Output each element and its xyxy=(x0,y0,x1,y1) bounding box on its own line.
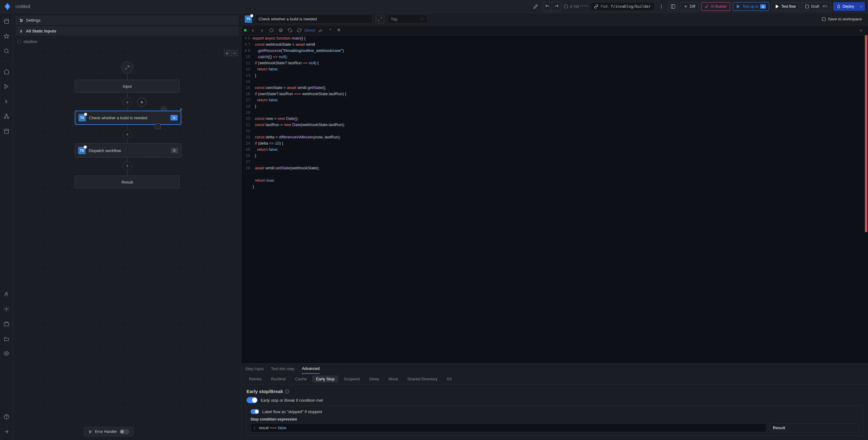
ct-dollar2-icon[interactable]: $ xyxy=(258,26,266,34)
adv-tab-cache[interactable]: Cache xyxy=(291,375,311,383)
ct-box-icon[interactable] xyxy=(268,26,276,34)
rail-home2-icon[interactable] xyxy=(2,67,11,76)
svg-point-28 xyxy=(6,418,6,418)
rail-settings-icon[interactable] xyxy=(2,304,11,314)
dollar-icon: $ xyxy=(19,29,24,33)
adv-tab-early-stop[interactable]: Early Stop xyxy=(312,375,338,383)
step-name-input[interactable]: Check whether a build is needed xyxy=(255,14,373,24)
ct-refresh-icon[interactable] xyxy=(295,26,303,34)
ct-dollar-icon[interactable]: $ xyxy=(249,26,257,34)
expr-code[interactable]: result === false xyxy=(259,426,286,430)
trigger-button[interactable] xyxy=(137,98,147,107)
ct-cube-icon[interactable] xyxy=(277,26,285,34)
rail-workspaces-icon[interactable] xyxy=(2,319,11,328)
rail-variables-icon[interactable]: $ xyxy=(2,97,11,106)
ct-eraser-icon[interactable] xyxy=(316,26,324,34)
step-a-node[interactable]: TS Check whether a build is needed a xyxy=(75,111,181,125)
rail-collapse-icon[interactable] xyxy=(2,427,11,436)
error-handler-toggle[interactable] xyxy=(120,429,129,434)
rail-schedules-icon[interactable] xyxy=(2,126,11,136)
rail-home-icon[interactable] xyxy=(2,17,11,26)
early-stop-indicator xyxy=(155,124,161,129)
early-stop-toggle[interactable] xyxy=(247,397,258,403)
ct-bars-icon[interactable] xyxy=(858,26,866,34)
adv-tab-shared-dir[interactable]: Shared Directory xyxy=(404,375,441,383)
add-step-button[interactable] xyxy=(123,161,132,171)
result-node-label: Result xyxy=(122,180,133,184)
settings-row[interactable]: Settings xyxy=(16,16,239,25)
deploy-button[interactable]: Deploy xyxy=(833,2,857,11)
app-logo[interactable] xyxy=(3,2,12,11)
add-step-button[interactable] xyxy=(123,98,132,107)
code-editor[interactable]: 4 5 6 7 8 9 10 11 12 13 14 15 16 17 18 1… xyxy=(242,35,868,363)
deploy-dropdown[interactable] xyxy=(857,2,865,11)
adv-tab-sleep[interactable]: Sleep xyxy=(365,375,383,383)
draft-button[interactable]: Draft ⌘S xyxy=(802,2,831,11)
save-to-workspace-button[interactable]: Save to workspace xyxy=(818,15,865,23)
svg-rect-21 xyxy=(4,129,9,134)
edit-title-icon[interactable] xyxy=(531,2,540,11)
svg-rect-46 xyxy=(90,431,91,433)
test-upto-button[interactable]: Test up to a xyxy=(733,2,769,11)
rail-folders-icon[interactable] xyxy=(2,334,11,343)
chevron-down-icon xyxy=(421,17,424,21)
inputs-row[interactable]: $ All Static Inputs xyxy=(16,26,239,36)
adv-tab-suspend[interactable]: Suspend xyxy=(340,375,363,383)
rail-star-icon[interactable] xyxy=(2,31,11,41)
rail-users-icon[interactable] xyxy=(2,290,11,299)
svg-marker-8 xyxy=(776,5,778,8)
rail-search-icon[interactable] xyxy=(2,46,11,56)
step-b-node[interactable]: TS Dispatch workflow b xyxy=(75,143,181,157)
graph-wand-node[interactable] xyxy=(121,61,133,74)
svg-marker-11 xyxy=(4,34,9,38)
skipped-toggle[interactable] xyxy=(250,409,259,414)
test-flow-button[interactable]: Test flow xyxy=(772,2,799,11)
tab-advanced[interactable]: Advanced xyxy=(302,364,320,374)
code-content[interactable]: export async function main() { const web… xyxy=(253,35,868,363)
rail-resources-icon[interactable] xyxy=(2,112,11,121)
result-node[interactable]: Result xyxy=(75,176,180,188)
ai-builder-button[interactable]: AI Builder xyxy=(701,2,730,11)
ct-sparkle-icon[interactable] xyxy=(335,26,343,34)
rail-audit-icon[interactable] xyxy=(2,349,11,358)
tab-test-step[interactable]: Test this step xyxy=(271,364,294,374)
rail-help-icon[interactable] xyxy=(2,412,11,421)
flow-title[interactable]: Untitled xyxy=(16,4,30,9)
adv-tab-mock[interactable]: Mock xyxy=(385,375,402,383)
adv-tab-s3[interactable]: S3 xyxy=(443,375,455,383)
input-node[interactable]: Input xyxy=(75,80,180,93)
dataflow-toggle[interactable]: dataflow xyxy=(13,38,241,46)
ct-wand-icon[interactable] xyxy=(326,26,334,34)
ct-reload-icon[interactable] xyxy=(286,26,294,34)
svg-point-2 xyxy=(661,8,662,8)
ai-builder-label: AI Builder xyxy=(711,4,727,9)
typescript-badge: TS xyxy=(245,16,252,23)
expand-editor-button[interactable] xyxy=(376,15,384,24)
add-step-button[interactable] xyxy=(123,130,132,139)
error-handler-label: Error Handler xyxy=(95,430,117,434)
tab-step-input[interactable]: Step Input xyxy=(245,364,264,374)
diff-button[interactable]: Diff xyxy=(680,2,699,11)
path-box[interactable]: Path f/invablog/builder xyxy=(591,2,655,11)
test-upto-label: Test up to xyxy=(742,4,758,9)
svg-point-26 xyxy=(6,353,7,354)
more-menu-icon[interactable] xyxy=(657,2,666,11)
expr-editor[interactable]: 1 result === false xyxy=(250,423,766,432)
adv-tab-runtime[interactable]: Runtime xyxy=(267,375,289,383)
redo-button[interactable] xyxy=(552,2,561,11)
svg-line-13 xyxy=(7,52,8,53)
error-handler-box[interactable]: Error Handler xyxy=(84,427,133,436)
sliders-icon xyxy=(19,18,24,23)
rail-runs-icon[interactable] xyxy=(2,82,11,91)
tag-select[interactable]: Tag xyxy=(388,14,428,24)
info-icon[interactable] xyxy=(285,389,289,394)
early-stop-toggle-label: Early stop or Break if condition met xyxy=(261,398,323,403)
adv-tab-retries[interactable]: Retries xyxy=(245,375,265,383)
rocket-icon xyxy=(836,4,841,9)
inputs-label: All Static Inputs xyxy=(26,29,56,33)
svg-point-17 xyxy=(4,117,6,119)
svg-marker-39 xyxy=(140,100,144,104)
undo-button[interactable] xyxy=(543,2,552,11)
runtime-label: (Deno) xyxy=(305,28,315,32)
panel-toggle-icon[interactable] xyxy=(669,2,678,11)
